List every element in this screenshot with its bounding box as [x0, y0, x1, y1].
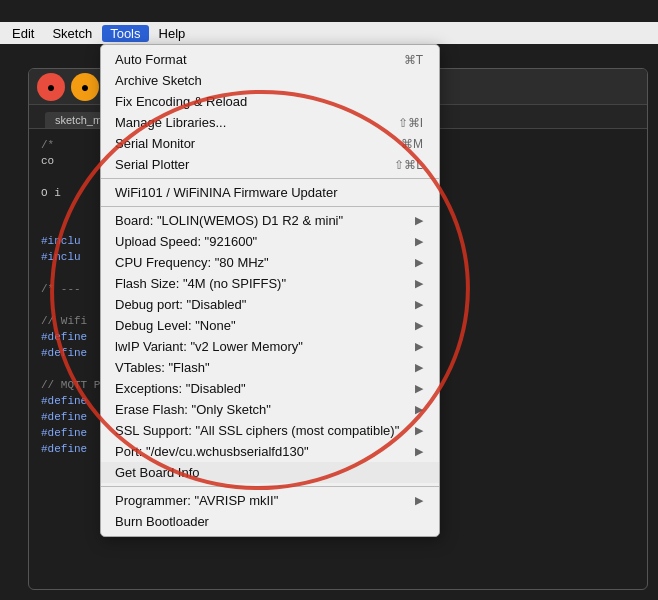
- menu-port[interactable]: Port: "/dev/cu.wchusbserialfd130" ▶: [101, 441, 439, 462]
- menu-debug-level[interactable]: Debug Level: "None" ▶: [101, 315, 439, 336]
- menu-ssl-support[interactable]: SSL Support: "All SSL ciphers (most comp…: [101, 420, 439, 441]
- menu-board[interactable]: Board: "LOLIN(WEMOS) D1 R2 & mini" ▶: [101, 210, 439, 231]
- menu-edit[interactable]: Edit: [4, 25, 42, 42]
- menu-manage-libraries[interactable]: Manage Libraries... ⇧⌘I: [101, 112, 439, 133]
- menu-get-board-info[interactable]: Get Board Info: [101, 462, 439, 483]
- menu-programmer[interactable]: Programmer: "AVRISP mkII" ▶: [101, 490, 439, 511]
- menu-vtables[interactable]: VTables: "Flash" ▶: [101, 357, 439, 378]
- menu-auto-format[interactable]: Auto Format ⌘T: [101, 49, 439, 70]
- menu-erase-flash[interactable]: Erase Flash: "Only Sketch" ▶: [101, 399, 439, 420]
- menu-sketch[interactable]: Sketch: [44, 25, 100, 42]
- menu-serial-plotter[interactable]: Serial Plotter ⇧⌘L: [101, 154, 439, 175]
- menu-upload-speed[interactable]: Upload Speed: "921600" ▶: [101, 231, 439, 252]
- menu-help[interactable]: Help: [151, 25, 194, 42]
- menu-burn-bootloader[interactable]: Burn Bootloader: [101, 511, 439, 532]
- menu-exceptions[interactable]: Exceptions: "Disabled" ▶: [101, 378, 439, 399]
- tools-dropdown: Auto Format ⌘T Archive Sketch Fix Encodi…: [100, 44, 440, 537]
- window-close-button[interactable]: ●: [37, 73, 65, 101]
- menu-debug-port[interactable]: Debug port: "Disabled" ▶: [101, 294, 439, 315]
- menu-archive-sketch[interactable]: Archive Sketch: [101, 70, 439, 91]
- divider-3: [101, 486, 439, 487]
- menu-flash-size[interactable]: Flash Size: "4M (no SPIFFS)" ▶: [101, 273, 439, 294]
- menu-lwip-variant[interactable]: lwIP Variant: "v2 Lower Memory" ▶: [101, 336, 439, 357]
- menu-bar: Edit Sketch Tools Help: [0, 22, 658, 44]
- menu-wifi-firmware[interactable]: WiFi101 / WiFiNINA Firmware Updater: [101, 182, 439, 203]
- window-minimize-button[interactable]: ●: [71, 73, 99, 101]
- menu-tools[interactable]: Tools: [102, 25, 148, 42]
- menu-cpu-frequency[interactable]: CPU Frequency: "80 MHz" ▶: [101, 252, 439, 273]
- divider-2: [101, 206, 439, 207]
- divider-1: [101, 178, 439, 179]
- menu-serial-monitor[interactable]: Serial Monitor ⌘M: [101, 133, 439, 154]
- menu-fix-encoding[interactable]: Fix Encoding & Reload: [101, 91, 439, 112]
